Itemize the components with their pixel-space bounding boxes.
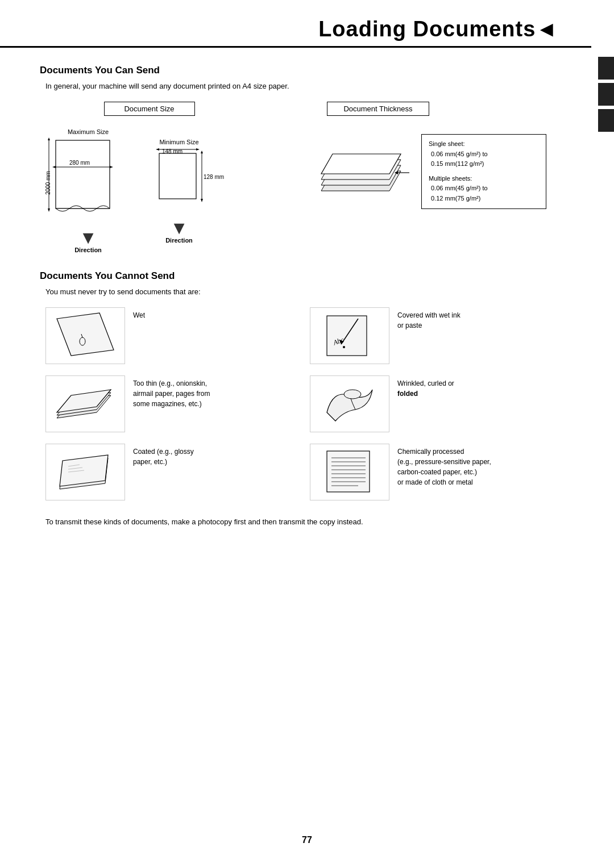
min-size-label: Minimum Size: [159, 139, 198, 145]
thin-desc: Too thin (e.g., onionskin,airmail paper,…: [133, 375, 210, 409]
svg-marker-6: [48, 137, 50, 140]
multi-sheet-val1: 0.06 mm(45 g/m²) to: [431, 183, 539, 194]
doc-specs: Document Size Maximum Size: [45, 102, 551, 253]
coated-image: [45, 444, 125, 500]
min-size-svg: 148 mm 128 mm: [148, 148, 210, 216]
section-can-send: Documents You Can Send In general, your …: [40, 65, 551, 253]
list-item: Abc Covered with wet inkor paste: [310, 307, 551, 364]
multi-sheet-val2: 0.12 mm(75 g/m²): [431, 194, 539, 204]
thickness-svg: [310, 128, 412, 202]
list-item: Chemically processed(e.g., pressure-sens…: [310, 444, 551, 500]
wrinkled-desc: Wrinkled, curled orfolded: [397, 375, 454, 399]
svg-marker-16: [201, 199, 203, 202]
doc-size-diagrams: Maximum Size 280 mm: [45, 128, 293, 253]
svg-marker-7: [48, 208, 50, 212]
down-arrow-2: ▼: [170, 219, 188, 237]
direction-area-2: ▼ Direction: [165, 219, 193, 244]
wet-svg: [51, 310, 119, 361]
doc-size-label: Document Size: [104, 102, 195, 116]
wet-ink-svg: Abc: [316, 310, 384, 361]
svg-marker-2: [52, 166, 56, 168]
page-title: Loading Documents: [318, 17, 536, 41]
down-arrow-1: ▼: [79, 228, 97, 247]
svg-marker-12: [196, 148, 200, 151]
svg-marker-21: [321, 154, 401, 174]
wet-ink-image: Abc: [310, 307, 389, 364]
chapter-bar: [598, 57, 614, 132]
min-size-area: Minimum Size 148 mm: [148, 139, 210, 244]
svg-point-31: [343, 346, 345, 348]
doc-thickness-label: Document Thickness: [327, 102, 429, 116]
max-size-area: Maximum Size 280 mm: [45, 128, 131, 253]
wrinkled-image: [310, 375, 389, 432]
single-sheet-title: Single sheet:: [429, 139, 539, 149]
svg-rect-0: [56, 140, 110, 208]
svg-marker-15: [201, 151, 203, 153]
section-cannot-send-intro: You must never try to send documents tha…: [45, 287, 551, 296]
multi-sheet-title: Multiple sheets:: [429, 174, 539, 184]
section-cannot-send-title: Documents You Cannot Send: [40, 270, 551, 282]
chemical-desc: Chemically processed(e.g., pressure-sens…: [397, 444, 491, 487]
wet-desc: Wet: [133, 307, 145, 320]
svg-text:2000 mm: 2000 mm: [45, 171, 51, 195]
main-content: Documents You Can Send In general, your …: [0, 48, 591, 549]
single-sheet-val2: 0.15 mm(112 g/m²): [431, 159, 539, 169]
svg-marker-11: [156, 148, 159, 151]
thickness-diagram-area: Single sheet: 0.06 mm(45 g/m²) to 0.15 m…: [310, 128, 551, 209]
thin-svg: [51, 378, 119, 429]
chemical-image: [310, 444, 389, 500]
list-item: Coated (e.g., glossypaper, etc.): [45, 444, 287, 500]
cannot-send-grid: Wet Abc: [45, 307, 551, 500]
direction-label-2: Direction: [165, 237, 193, 244]
list-item: Wet: [45, 307, 287, 364]
wet-ink-desc: Covered with wet inkor paste: [397, 307, 460, 331]
svg-text:128 mm: 128 mm: [204, 174, 224, 180]
direction-label-1: Direction: [74, 247, 102, 253]
footer-note: To transmit these kinds of documents, ma…: [45, 518, 551, 526]
coated-svg: [51, 446, 119, 498]
svg-marker-3: [110, 166, 113, 168]
svg-marker-24: [57, 313, 114, 356]
coated-desc: Coated (e.g., glossypaper, etc.): [133, 444, 194, 467]
max-size-label: Maximum Size: [68, 128, 109, 135]
section-can-send-intro: In general, your machine will send any d…: [45, 82, 551, 90]
page-title-arrow: ◄: [536, 17, 557, 41]
wrinkled-svg: [316, 378, 384, 429]
single-sheet-val1: 0.06 mm(45 g/m²) to: [431, 149, 539, 160]
list-item: Wrinkled, curled orfolded: [310, 375, 551, 432]
svg-point-35: [344, 390, 361, 399]
section-cannot-send: Documents You Cannot Send You must never…: [40, 270, 551, 526]
page-header: Loading Documents◄: [0, 0, 591, 48]
doc-thickness-section: Document Thickness: [304, 102, 551, 253]
page-number: 77: [302, 835, 312, 845]
thin-image: [45, 375, 125, 432]
doc-size-section: Document Size Maximum Size: [45, 102, 293, 253]
svg-text:148 mm: 148 mm: [162, 148, 182, 155]
list-item: Too thin (e.g., onionskin,airmail paper,…: [45, 375, 287, 432]
thickness-info: Single sheet: 0.06 mm(45 g/m²) to 0.15 m…: [421, 134, 546, 209]
svg-text:280 mm: 280 mm: [69, 160, 90, 166]
chemical-svg: [316, 446, 384, 498]
section-can-send-title: Documents You Can Send: [40, 65, 551, 76]
wet-image: [45, 307, 125, 364]
direction-area-1: ▼ Direction: [74, 228, 102, 253]
svg-rect-9: [159, 153, 196, 199]
max-size-svg: 280 mm 2000 mm: [45, 137, 131, 226]
